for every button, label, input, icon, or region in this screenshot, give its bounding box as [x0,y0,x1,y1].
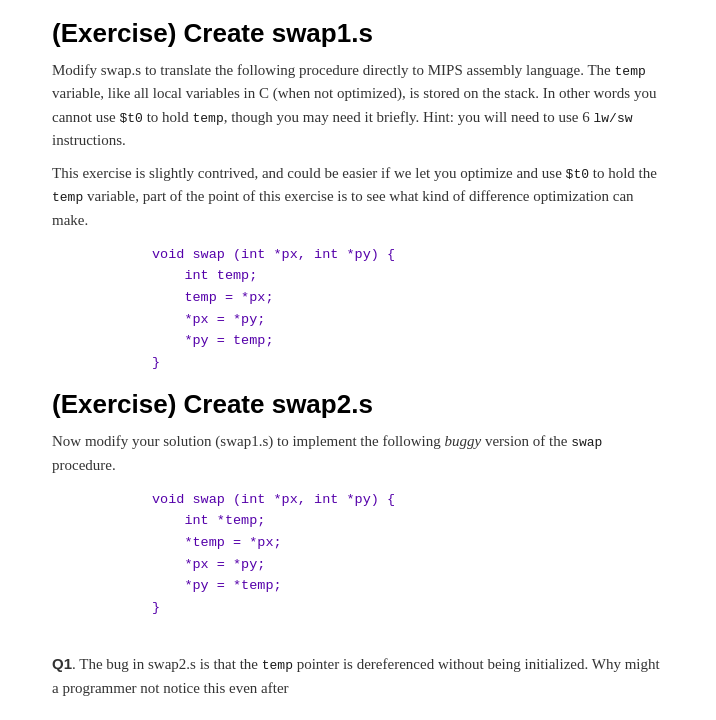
q1-section: Q1. The bug in swap2.s is that the temp … [52,642,664,700]
para3-text-b: version of the [481,433,571,449]
exercise-1-section: (Exercise) Create swap1.s Modify swap.s … [52,18,664,373]
exercise-1-para1: Modify swap.s to translate the following… [52,59,664,152]
para1-text-a: Modify swap.s to translate the following… [52,62,615,78]
swap-inline-code: swap [571,435,602,450]
buggy-text: buggy [444,433,481,449]
para1-text-e: instructions. [52,132,126,148]
para2-text-c: variable, part of the point of this exer… [52,188,634,227]
temp-code-1: temp [615,64,646,79]
q1-label: Q1 [52,655,72,672]
exercise-2-section: (Exercise) Create swap2.s Now modify you… [52,389,664,618]
code-block-2: void swap (int *px, int *py) { int *temp… [152,489,664,619]
para3-text-a: Now modify your solution (swap1.s) to im… [52,433,444,449]
para2-text-a: This exercise is slightly contrived, and… [52,165,566,181]
para3-text-c: procedure. [52,457,116,473]
q1-paragraph: Q1. The bug in swap2.s is that the temp … [52,652,664,700]
para2-text-b: to hold the [589,165,657,181]
para1-text-d: , though you may need it briefly. Hint: … [224,109,594,125]
lwsw-code: lw/sw [594,111,633,126]
st0-code-1: $t0 [119,111,142,126]
q1-text-a: . The bug in swap2.s is that the [72,656,262,672]
para1-text-c: to hold [143,109,193,125]
exercise-1-title: (Exercise) Create swap1.s [52,18,664,49]
exercise-2-para1: Now modify your solution (swap1.s) to im… [52,430,664,477]
code-block-1: void swap (int *px, int *py) { int temp;… [152,244,664,374]
temp-code-q1: temp [262,658,293,673]
st0-code-2: $t0 [566,167,589,182]
exercise-1-para2: This exercise is slightly contrived, and… [52,162,664,232]
exercise-2-title: (Exercise) Create swap2.s [52,389,664,420]
temp-code-3: temp [52,190,83,205]
temp-code-2: temp [192,111,223,126]
